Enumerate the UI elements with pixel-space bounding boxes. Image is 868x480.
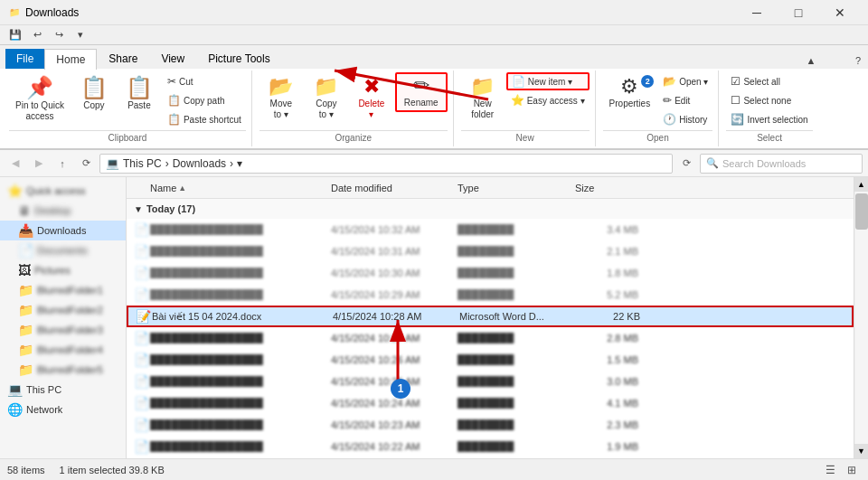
maximize-button[interactable]: □ <box>778 0 819 25</box>
sidebar-item-blurred1[interactable]: 📁 BlurredFolder1 <box>0 280 126 300</box>
pin-icon: 📌 <box>26 77 53 99</box>
minimize-button[interactable]: ─ <box>736 0 778 25</box>
easy-access-button[interactable]: ⭐ Easy access ▾ <box>506 91 590 109</box>
sidebar-item-pictures[interactable]: 🖼 Pictures <box>0 260 126 280</box>
select-none-button[interactable]: ☐ Select none <box>726 91 812 109</box>
sidebar-item-this-pc[interactable]: 💻 This PC <box>0 380 126 400</box>
scroll-up-button[interactable]: ▲ <box>854 177 869 192</box>
new-item-button[interactable]: 📄 New item ▾ <box>506 72 590 90</box>
column-name[interactable]: Name ▲ <box>150 183 331 193</box>
nav-back-button[interactable]: ◀ <box>5 154 25 174</box>
copy-button[interactable]: 📋 Copy <box>72 72 116 116</box>
file-icon: 📄 <box>134 418 150 432</box>
qat-save[interactable]: 💾 <box>5 27 25 43</box>
move-icon: 📂 <box>269 77 293 97</box>
open-button[interactable]: 📂 Open ▾ <box>658 72 712 90</box>
rename-button[interactable]: ✏ Rename <box>395 72 448 112</box>
copy-icon: 📋 <box>80 77 108 99</box>
scrollbar[interactable]: ▲ ▼ <box>854 177 868 458</box>
search-bar[interactable]: 🔍 Search Downloads <box>700 154 863 174</box>
title-bar-title: Downloads <box>25 6 79 19</box>
select-all-button[interactable]: ☑ Select all <box>726 72 812 90</box>
table-row[interactable]: 📄 ████████████████ 4/15/2024 10:21 AM ██… <box>127 457 854 458</box>
column-type[interactable]: Type <box>458 183 575 193</box>
organize-label: Organize <box>259 130 448 145</box>
tab-view[interactable]: View <box>149 48 196 69</box>
close-button[interactable]: ✕ <box>819 0 861 25</box>
tab-home[interactable]: Home <box>44 49 97 70</box>
qat-redo[interactable]: ↪ <box>49 27 69 43</box>
edit-icon: ✏ <box>663 94 672 107</box>
history-button[interactable]: 🕐 History <box>658 110 712 128</box>
documents-icon: 📄 <box>18 243 33 258</box>
clipboard-group: 📌 Pin to Quickaccess 📋 Copy 📋 Paste ✂ Cu… <box>4 71 252 146</box>
table-row[interactable]: 📄 ████████████████ 4/15/2024 10:29 AM ██… <box>127 284 854 306</box>
group-header-today[interactable]: ▼ Today (17) <box>127 199 854 219</box>
nav-refresh-button[interactable]: ⟳ <box>76 154 96 174</box>
select-btns: ☑ Select all ☐ Select none 🔄 Invert sele… <box>726 72 812 128</box>
ribbon-collapse[interactable]: ▲ <box>801 52 821 69</box>
column-date[interactable]: Date modified <box>331 183 458 193</box>
status-bar: 58 items 1 item selected 39.8 KB ☰ ⊞ <box>0 458 868 480</box>
table-row[interactable]: 📄 ████████████████ 4/15/2024 10:30 AM ██… <box>127 262 854 284</box>
table-row[interactable]: 📄 ████████████████ 4/15/2024 10:32 AM ██… <box>127 219 854 240</box>
group-toggle[interactable]: ▼ <box>134 204 143 214</box>
tab-picture-tools[interactable]: Picture Tools <box>196 48 281 69</box>
table-row[interactable]: 📄 ████████████████ 4/15/2024 10:22 AM ██… <box>127 436 854 457</box>
new-item-icon: 📄 <box>512 75 525 88</box>
move-to-button[interactable]: 📂 Moveto ▾ <box>259 72 303 125</box>
qat-undo[interactable]: ↩ <box>27 27 47 43</box>
sidebar-item-network[interactable]: 🌐 Network <box>0 400 126 419</box>
select-label: Select <box>726 130 812 145</box>
file-size-main: 22 KB <box>577 311 640 322</box>
column-size[interactable]: Size <box>575 183 638 193</box>
paste-button[interactable]: 📋 Paste <box>118 72 161 116</box>
table-row[interactable]: 📄 ████████████████ 4/15/2024 10:31 AM ██… <box>127 240 854 262</box>
scroll-track[interactable] <box>855 192 868 444</box>
view-large-icons-button[interactable]: ⊞ <box>843 462 861 478</box>
help-button[interactable]: ? <box>848 52 868 69</box>
qat-dropdown[interactable]: ▾ <box>71 27 90 43</box>
edit-button[interactable]: ✏ Edit <box>658 91 712 109</box>
table-row[interactable]: 📄 ████████████████ 4/15/2024 10:25 AM ██… <box>127 371 854 392</box>
new-group: 📁 Newfolder 📄 New item ▾ ⭐ Easy access ▾… <box>456 71 596 146</box>
view-details-button[interactable]: ☰ <box>821 462 839 478</box>
copy-path-button[interactable]: 📋 Copy path <box>163 91 246 109</box>
sidebar-item-blurred4[interactable]: 📁 BlurredFolder4 <box>0 340 126 360</box>
pictures-icon: 🖼 <box>18 263 31 278</box>
folder-icon-3: 📁 <box>18 323 33 337</box>
file-icon: 📄 <box>134 353 150 367</box>
table-row[interactable]: 📄 ████████████████ 4/15/2024 10:27 AM ██… <box>127 327 854 349</box>
tab-file[interactable]: File <box>5 49 44 69</box>
path-computer-icon: 💻 <box>106 157 119 170</box>
highlighted-file-row[interactable]: 📝 Bài viết 15 04 2024.docx 4/15/2024 10:… <box>127 306 854 327</box>
sidebar-item-downloads[interactable]: 📥 Downloads <box>0 221 126 240</box>
copy-path-icon: 📋 <box>167 94 181 107</box>
path-downloads: Downloads <box>173 157 226 170</box>
sidebar-item-blurred5[interactable]: 📁 BlurredFolder5 <box>0 360 126 380</box>
sidebar-item-blurred2[interactable]: 📁 BlurredFolder2 <box>0 300 126 320</box>
invert-selection-button[interactable]: 🔄 Invert selection <box>726 110 812 128</box>
cut-button[interactable]: ✂ Cut <box>163 72 246 90</box>
properties-button[interactable]: ⚙ Properties 2 <box>603 72 657 114</box>
table-row[interactable]: 📄 ████████████████ 4/15/2024 10:26 AM ██… <box>127 349 854 371</box>
nav-forward-button[interactable]: ▶ <box>29 154 49 174</box>
sidebar-item-documents[interactable]: 📄 Documents <box>0 240 126 260</box>
scroll-thumb[interactable] <box>855 193 868 230</box>
tab-share[interactable]: Share <box>97 48 149 69</box>
table-row[interactable]: 📄 ████████████████ 4/15/2024 10:24 AM ██… <box>127 392 854 414</box>
nav-up-button[interactable]: ↑ <box>52 154 72 174</box>
copy-to-button[interactable]: 📁 Copyto ▾ <box>305 72 348 125</box>
address-refresh-button[interactable]: ⟳ <box>676 154 696 174</box>
sidebar-item-desktop[interactable]: 🖥 Desktop <box>0 201 126 221</box>
table-row[interactable]: 📄 ████████████████ 4/15/2024 10:23 AM ██… <box>127 414 854 436</box>
pin-to-quick-access-button[interactable]: 📌 Pin to Quickaccess <box>9 72 71 127</box>
scroll-down-button[interactable]: ▼ <box>854 444 869 458</box>
file-icon: 📄 <box>134 222 150 237</box>
paste-shortcut-button[interactable]: 📋 Paste shortcut <box>163 110 246 128</box>
address-path[interactable]: 💻 This PC › Downloads › ▾ <box>99 154 673 174</box>
delete-button[interactable]: ✖ Delete▾ <box>350 72 393 125</box>
sidebar-item-quick-access[interactable]: ⭐ Quick access <box>0 181 126 201</box>
new-folder-button[interactable]: 📁 Newfolder <box>461 72 505 125</box>
sidebar-item-blurred3[interactable]: 📁 BlurredFolder3 <box>0 320 126 340</box>
